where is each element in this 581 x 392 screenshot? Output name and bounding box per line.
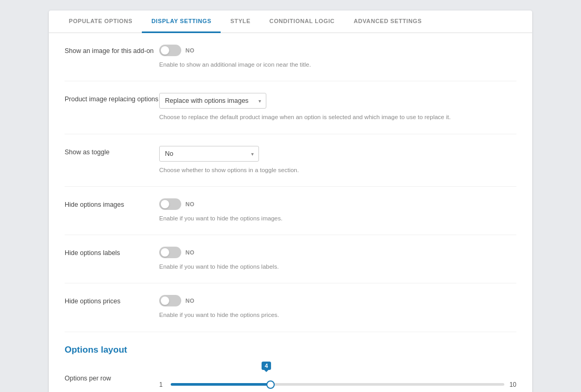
desc-hide-labels: Enable if you want to hide the options l… xyxy=(159,262,516,271)
tab-advanced[interactable]: Advanced Settings xyxy=(344,10,431,33)
toggle-label-hide-prices: NO xyxy=(185,298,194,304)
desc-hide-images: Enable if you want to hide the options i… xyxy=(159,214,516,223)
toggle-show-image[interactable] xyxy=(159,45,181,56)
toggle-wrap-hide-images: NO xyxy=(159,198,516,210)
toggle-thumb xyxy=(161,296,169,305)
toggle-track xyxy=(159,247,181,258)
select-product-image[interactable]: Replace with options images No replaceme… xyxy=(159,93,266,109)
toggle-track xyxy=(159,45,181,56)
label-product-image: Product image replacing options xyxy=(65,93,159,104)
slider-track-area[interactable] xyxy=(171,378,504,391)
options-layout-heading: Options layout xyxy=(65,332,516,361)
control-hide-labels: NO Enable if you want to hide the option… xyxy=(159,247,516,271)
toggle-label-hide-images: NO xyxy=(185,201,194,207)
setting-row-hide-prices: Hide options prices NO Enable if you wan… xyxy=(65,283,516,332)
setting-row-hide-images: Hide options images NO Enable if you wan… xyxy=(65,187,516,235)
slider-max: 10 xyxy=(510,381,516,388)
slider-thumb[interactable] xyxy=(266,380,275,389)
desc-show-image: Enable to show an additional image or ic… xyxy=(159,60,516,69)
content-area: Show an image for this add-on NO Enable … xyxy=(49,33,532,392)
control-show-image: NO Enable to show an additional image or… xyxy=(159,45,516,69)
toggle-track xyxy=(159,198,181,210)
toggle-thumb xyxy=(161,200,169,208)
slider-min: 1 xyxy=(159,381,165,388)
label-show-image: Show an image for this add-on xyxy=(65,45,159,56)
tab-style[interactable]: Style xyxy=(221,10,260,33)
slider-value-bubble: 4 xyxy=(262,362,271,370)
select-show-toggle[interactable]: No Yes xyxy=(159,146,259,162)
toggle-hide-images[interactable] xyxy=(159,198,181,210)
select-wrap-show-toggle: No Yes ▾ xyxy=(159,146,259,162)
toggle-hide-labels[interactable] xyxy=(159,247,181,258)
slider-container: 4 1 10 xyxy=(159,377,516,390)
toggle-hide-prices[interactable] xyxy=(159,295,181,306)
tab-display[interactable]: Display Settings xyxy=(142,10,221,33)
toggle-label-show-image: NO xyxy=(185,47,194,54)
tab-populate[interactable]: Populate Options xyxy=(59,10,142,33)
label-per-row: Options per row xyxy=(65,372,159,384)
slider-track xyxy=(171,383,504,386)
setting-row-product-image: Product image replacing options Replace … xyxy=(65,81,516,134)
control-product-image: Replace with options images No replaceme… xyxy=(159,93,516,122)
desc-hide-prices: Enable if you want to hide the options p… xyxy=(159,311,516,320)
slider-wrap: 1 10 xyxy=(159,378,516,391)
label-hide-labels: Hide options labels xyxy=(65,247,159,258)
toggle-label-hide-labels: NO xyxy=(185,249,194,256)
setting-row-show-image: Show an image for this add-on NO Enable … xyxy=(65,33,516,81)
slider-fill xyxy=(171,383,271,386)
setting-row-hide-labels: Hide options labels NO Enable if you wan… xyxy=(65,235,516,283)
toggle-track xyxy=(159,295,181,306)
select-wrap-product-image: Replace with options images No replaceme… xyxy=(159,93,266,109)
toggle-thumb xyxy=(161,46,169,55)
control-hide-prices: NO Enable if you want to hide the option… xyxy=(159,295,516,320)
toggle-thumb xyxy=(161,248,169,257)
setting-row-show-toggle: Show as toggle No Yes ▾ Choose whether t… xyxy=(65,134,516,187)
toggle-wrap-hide-labels: NO xyxy=(159,247,516,258)
toggle-wrap-hide-prices: NO xyxy=(159,295,516,306)
tabs-bar: Populate Options Display Settings Style … xyxy=(49,10,532,33)
desc-show-toggle: Choose whether to show options in a togg… xyxy=(159,166,516,175)
label-hide-images: Hide options images xyxy=(65,198,159,210)
toggle-wrap-show-image: NO xyxy=(159,45,516,56)
main-card: Populate Options Display Settings Style … xyxy=(49,10,532,392)
label-hide-prices: Hide options prices xyxy=(65,295,159,306)
desc-product-image: Choose to replace the default product im… xyxy=(159,113,516,122)
control-per-row: 4 1 10 xyxy=(159,372,516,393)
setting-row-per-row: Options per row 4 1 xyxy=(65,361,516,393)
control-show-toggle: No Yes ▾ Choose whether to show options … xyxy=(159,146,516,175)
label-show-toggle: Show as toggle xyxy=(65,146,159,157)
tab-conditional[interactable]: Conditional Logic xyxy=(260,10,344,33)
control-hide-images: NO Enable if you want to hide the option… xyxy=(159,198,516,223)
